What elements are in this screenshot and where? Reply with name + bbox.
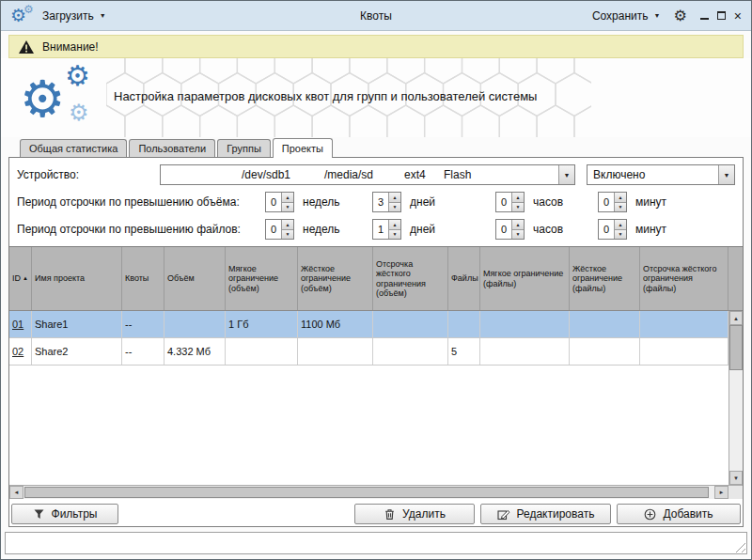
cell-files: 5 [448, 338, 480, 365]
scrollbar-thumb[interactable] [24, 487, 709, 498]
column-header-quotas[interactable]: Квоты [122, 247, 164, 310]
row-id-link[interactable]: 01 [12, 319, 24, 330]
column-header-files[interactable]: Файлы [448, 247, 480, 310]
column-header-soft-limit-files[interactable]: Мягкое ограничение (файлы) [480, 247, 570, 310]
table-row[interactable]: 01 Share1 -- 1 Гб 1100 Мб [9, 311, 728, 338]
volume-minutes-spinner[interactable]: 0 ▲ ▼ [598, 192, 627, 212]
spinner-up-icon[interactable]: ▲ [615, 220, 626, 230]
spinner-value[interactable]: 0 [266, 193, 281, 211]
spinner-value[interactable]: 3 [373, 193, 388, 211]
vertical-scrollbar[interactable]: ▲ ▼ [728, 311, 743, 485]
save-menu-label: Сохранить [592, 9, 649, 23]
close-button[interactable]: × [734, 11, 742, 21]
edit-button[interactable]: Редактировать [480, 504, 611, 524]
column-header-soft-limit-volume[interactable]: Мягкое ограничение (объём) [226, 247, 298, 310]
device-select[interactable]: /dev/sdb1 /media/sd ext4 Flash ▼ [160, 164, 575, 185]
spinner-down-icon[interactable]: ▼ [615, 230, 626, 240]
column-header-hard-limit-volume[interactable]: Жёсткое ограничение (объём) [298, 247, 373, 310]
column-header-volume[interactable]: Объём [164, 247, 226, 310]
scroll-left-icon[interactable]: ◄ [9, 486, 24, 499]
warning-triangle-icon [18, 39, 35, 54]
spinner-value[interactable]: 0 [266, 220, 281, 239]
spinner-up-icon[interactable]: ▲ [389, 220, 400, 230]
spinner-value[interactable]: 0 [496, 193, 511, 211]
cell-grace-files [640, 311, 728, 337]
files-days-spinner[interactable]: 1 ▲ ▼ [372, 219, 401, 240]
spinner-value[interactable]: 0 [599, 193, 614, 211]
horizontal-scrollbar[interactable]: ◄ ► [9, 485, 743, 499]
scrollbar-thumb[interactable] [729, 325, 743, 370]
spinner-down-icon[interactable]: ▼ [512, 230, 524, 240]
scrollbar-track[interactable] [24, 486, 714, 499]
gear-icon: ⚙ [65, 62, 90, 90]
page-header: ⚙ ⚙ ⚙ Настройка параметров дисковых квот… [1, 58, 751, 137]
unit-days-label: дней [410, 195, 435, 209]
cell-project-name: Share1 [32, 311, 122, 337]
settings-gear-icon[interactable]: ⚙ [673, 8, 686, 23]
column-header-grace-volume[interactable]: Отсрочка жёсткого ограничения (объём) [373, 247, 448, 310]
page-description: Настройка параметров дисковых квот для г… [114, 89, 537, 103]
spinner-down-icon[interactable]: ▼ [389, 230, 400, 240]
unit-weeks-label: недель [303, 195, 340, 209]
chevron-down-icon[interactable]: ▼ [718, 165, 734, 184]
action-bar: Фильтры Удалить Редактировать [11, 504, 741, 524]
cell-hard-limit-volume [298, 338, 373, 365]
window-controls: × [700, 11, 742, 21]
tab-projects[interactable]: Проекты [273, 138, 333, 158]
spinner-up-icon[interactable]: ▲ [512, 193, 524, 203]
files-minutes-spinner[interactable]: 0 ▲ ▼ [598, 219, 627, 240]
scroll-down-icon[interactable]: ▼ [729, 471, 743, 485]
cell-quotas: -- [122, 338, 164, 365]
unit-minutes-label: минут [635, 223, 666, 236]
spinner-down-icon[interactable]: ▼ [282, 230, 293, 240]
cell-grace-files [640, 338, 728, 365]
spinner-up-icon[interactable]: ▲ [512, 220, 524, 230]
spinner-down-icon[interactable]: ▼ [512, 203, 524, 212]
tab-general-statistics[interactable]: Общая статистика [20, 139, 127, 157]
filters-button[interactable]: Фильтры [11, 504, 118, 524]
volume-hours-spinner[interactable]: 0 ▲ ▼ [495, 192, 525, 212]
quota-status-select[interactable]: Включено ▼ [587, 164, 735, 185]
maximize-button[interactable] [717, 11, 726, 20]
minimize-button[interactable] [700, 12, 709, 20]
volume-weeks-spinner[interactable]: 0 ▲ ▼ [265, 192, 294, 212]
warning-banner: Внимание! [8, 35, 744, 58]
scroll-right-icon[interactable]: ► [714, 486, 728, 499]
spinner-up-icon[interactable]: ▲ [389, 193, 400, 203]
load-menu-button[interactable]: Загрузить ▼ [42, 9, 106, 23]
column-header-project-name[interactable]: Имя проекта [32, 247, 122, 310]
spinner-up-icon[interactable]: ▲ [282, 193, 293, 203]
column-header-grace-files[interactable]: Отсрочка жёсткого ограничения (файлы) [640, 247, 728, 310]
add-button[interactable]: Добавить [617, 504, 741, 524]
spinner-up-icon[interactable]: ▲ [615, 193, 626, 203]
tab-users[interactable]: Пользователи [129, 139, 215, 157]
spinner-up-icon[interactable]: ▲ [282, 220, 293, 230]
scroll-up-icon[interactable]: ▲ [729, 311, 743, 325]
table-row[interactable]: 02 Share2 -- 4.332 Мб 5 [9, 338, 728, 366]
chevron-down-icon: ▼ [100, 12, 106, 19]
row-id-link[interactable]: 02 [12, 346, 24, 357]
tab-groups[interactable]: Группы [217, 139, 271, 157]
unit-weeks-label: недель [303, 223, 340, 236]
files-hours-spinner[interactable]: 0 ▲ ▼ [495, 219, 525, 240]
resize-grip[interactable] [733, 540, 745, 552]
spinner-down-icon[interactable]: ▼ [282, 203, 293, 212]
scrollbar-track[interactable] [729, 325, 743, 471]
spinner-down-icon[interactable]: ▼ [389, 203, 400, 212]
column-header-id[interactable]: ID ▲ [9, 247, 32, 310]
cell-soft-limit-volume [226, 338, 298, 365]
spinner-value[interactable]: 0 [496, 220, 511, 239]
files-weeks-spinner[interactable]: 0 ▲ ▼ [265, 219, 294, 240]
cell-grace-volume [373, 311, 448, 337]
chevron-down-icon[interactable]: ▼ [558, 165, 574, 184]
save-menu-button[interactable]: Сохранить ▼ [592, 9, 661, 23]
spinner-value[interactable]: 1 [373, 220, 388, 239]
delete-button[interactable]: Удалить [354, 504, 475, 524]
cell-soft-limit-files [480, 311, 570, 337]
spinner-value[interactable]: 0 [599, 220, 614, 239]
volume-days-spinner[interactable]: 3 ▲ ▼ [372, 192, 401, 212]
plus-circle-icon [644, 508, 656, 521]
device-value: /dev/sdb1 /media/sd ext4 Flash [161, 165, 558, 184]
spinner-down-icon[interactable]: ▼ [615, 203, 626, 212]
column-header-hard-limit-files[interactable]: Жёсткое ограничение (файлы) [570, 247, 640, 310]
